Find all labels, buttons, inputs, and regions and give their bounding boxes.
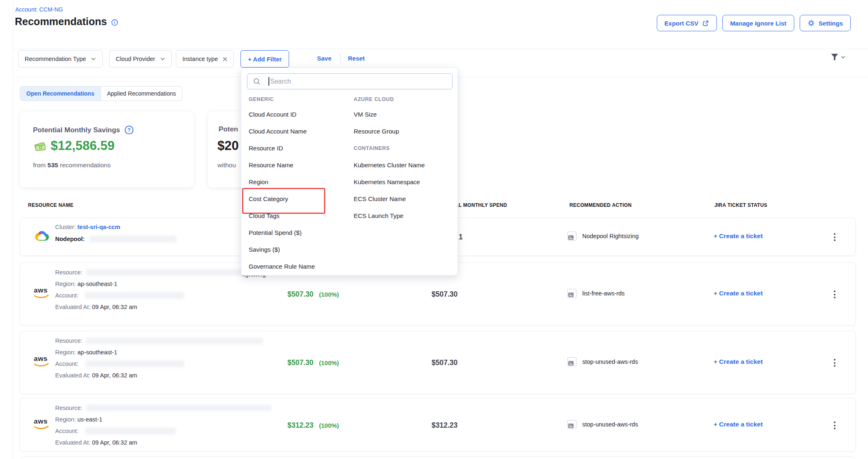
row-menu-kebab[interactable]: [833, 358, 837, 368]
table-row: aws Resource: Region: us-east-1 Account:…: [20, 398, 856, 452]
save-filter-link[interactable]: Save: [317, 55, 331, 62]
add-filter-label: + Add Filter: [248, 56, 282, 63]
create-ticket-link[interactable]: + Create a ticket: [714, 232, 763, 240]
row-menu-kebab[interactable]: [833, 232, 837, 242]
nodepool-line: Nodepool:: [55, 235, 85, 243]
filter-option-region[interactable]: Region: [249, 178, 268, 185]
export-csv-button[interactable]: Export CSV: [657, 15, 717, 31]
savings-sub-count: 535: [47, 162, 58, 169]
filter-option-kubernetes-cluster-name[interactable]: Kubernetes Cluster Name: [354, 162, 425, 169]
recommended-action-label: stop-unused-aws-rds: [582, 421, 638, 428]
help-icon[interactable]: ?: [124, 125, 134, 135]
row-menu-kebab[interactable]: [833, 289, 837, 300]
redacted-nodepool-value: [89, 236, 177, 242]
aws-logo-icon: aws: [34, 355, 49, 370]
savings-percent: (100%): [319, 422, 339, 429]
account-line: Account:: [55, 291, 78, 300]
cluster-name-link[interactable]: test-sri-qa-ccm: [77, 224, 120, 230]
filter-option-cloud-account-name[interactable]: Cloud Account Name: [249, 128, 307, 135]
evaluated-line: Evaluated At: 09 Apr, 06:32 am: [55, 371, 137, 379]
redacted-resource-value: [86, 405, 271, 411]
money-icon: [33, 140, 47, 152]
settings-button[interactable]: Settings: [800, 15, 851, 31]
aws-logo-icon: aws: [34, 287, 49, 301]
resource-line: Resource:: [55, 404, 82, 412]
manage-ignore-list-button[interactable]: Manage Ignore List: [722, 15, 794, 31]
redacted-account-value: [85, 292, 184, 299]
filter-chip-label: Recommendation Type: [25, 56, 86, 62]
row-menu-kebab[interactable]: [833, 420, 837, 431]
chevron-down-icon[interactable]: [91, 57, 96, 61]
add-filter-button[interactable]: + Add Filter: [240, 50, 289, 68]
nodepool-label: Nodepool:: [55, 236, 85, 242]
filter-chip-cloud-provider[interactable]: Cloud Provider: [109, 50, 172, 68]
tab-open-recommendations[interactable]: Open Recommendations: [20, 87, 101, 101]
potential-monthly-savings-card: Potential Monthly Savings ? $12,586.59 f…: [20, 111, 194, 187]
svg-text:?: ?: [127, 127, 130, 133]
recommended-action-cell: list-free-aws-rds: [567, 289, 625, 298]
region-label: Region:: [55, 281, 76, 287]
filter-chip-recommendation-type[interactable]: Recommendation Type: [18, 50, 103, 68]
recommended-action-label: stop-unused-aws-rds: [582, 358, 638, 365]
filter-chip-label: Instance type: [182, 56, 218, 62]
create-ticket-link[interactable]: + Create a ticket: [714, 290, 763, 297]
breadcrumb-account-link[interactable]: Account: CCM-NG: [15, 6, 63, 13]
region-value: ap-southeast-1: [77, 281, 117, 287]
recommended-action-label: Nodepool Rightsizing: [582, 233, 639, 239]
savings-percent: (100%): [319, 359, 339, 366]
savings-sub-suffix: recommendations: [60, 162, 111, 169]
add-filter-dropdown: GENERIC Cloud Account ID Cloud Account N…: [241, 68, 458, 276]
savings-sub-prefix: from: [33, 162, 46, 169]
savings-card-subtitle: from 535 recommendations: [33, 162, 111, 169]
region-value: ap-southeast-1: [77, 349, 117, 356]
recommended-action-cell: stop-unused-aws-rds: [567, 420, 638, 429]
create-ticket-link[interactable]: + Create a ticket: [714, 421, 763, 428]
filter-option-ecs-launch-type[interactable]: ECS Launch Type: [354, 212, 404, 219]
savings-value: $312.23: [287, 421, 313, 429]
text-cursor: [268, 77, 269, 86]
filter-option-potential-spend[interactable]: Potential Spend ($): [249, 229, 301, 236]
filter-links-divider: [340, 54, 341, 63]
info-icon[interactable]: [111, 19, 118, 26]
savings-value: $507.30: [287, 290, 313, 298]
filter-option-ecs-cluster-name[interactable]: ECS Cluster Name: [354, 195, 406, 202]
column-header-recommended-action: RECOMMENDED ACTION: [569, 202, 632, 208]
savings-cell: $507.30 (100%): [287, 358, 339, 367]
cluster-label: Cluster:: [55, 224, 76, 230]
action-image-placeholder-icon: [567, 420, 576, 429]
column-header-jira-ticket-status: JIRA TICKET STATUS: [714, 202, 768, 208]
partial-card-title: Poten: [219, 125, 238, 133]
search-input[interactable]: [247, 74, 452, 89]
filter-option-cloud-account-id[interactable]: Cloud Account ID: [249, 111, 296, 118]
chevron-down-icon[interactable]: [160, 57, 165, 61]
filter-option-savings[interactable]: Savings ($): [249, 246, 280, 253]
filter-option-resource-id[interactable]: Resource ID: [249, 145, 283, 152]
savings-percent: (100%): [319, 291, 339, 298]
filter-chip-instance-type[interactable]: Instance type: [176, 50, 234, 68]
filter-panel-toggle[interactable]: [830, 53, 845, 61]
settings-label: Settings: [819, 20, 843, 27]
close-icon[interactable]: [223, 57, 227, 61]
resource-label: Resource:: [55, 269, 82, 276]
account-line: Account:: [55, 360, 78, 368]
page-title: Recommendations: [15, 16, 118, 28]
action-image-placeholder-icon: [567, 357, 576, 366]
header-divider: [13, 49, 868, 49]
filter-option-kubernetes-namespace[interactable]: Kubernetes Namespace: [354, 178, 420, 185]
evaluated-line: Evaluated At: 09 Apr, 06:32 am: [55, 438, 137, 447]
content-left-border: [13, 0, 13, 459]
evaluated-value: 09 Apr, 06:32 am: [92, 439, 137, 446]
region-line: Region: ap-southeast-1: [55, 280, 117, 288]
gear-icon: [807, 19, 815, 27]
redacted-resource-value: [86, 269, 263, 276]
gcp-logo-icon: [34, 230, 50, 244]
reset-filter-link[interactable]: Reset: [348, 55, 365, 62]
region-label: Region:: [55, 349, 76, 356]
tab-applied-recommendations[interactable]: Applied Recommendations: [101, 87, 182, 101]
filter-option-vm-size[interactable]: VM Size: [354, 111, 377, 118]
filter-option-resource-group[interactable]: Resource Group: [354, 128, 399, 135]
filter-option-resource-name[interactable]: Resource Name: [249, 162, 293, 169]
filter-chip-label: Cloud Provider: [116, 56, 155, 62]
filter-option-governance-rule-name[interactable]: Governance Rule Name: [249, 263, 315, 270]
create-ticket-link[interactable]: + Create a ticket: [714, 358, 763, 365]
